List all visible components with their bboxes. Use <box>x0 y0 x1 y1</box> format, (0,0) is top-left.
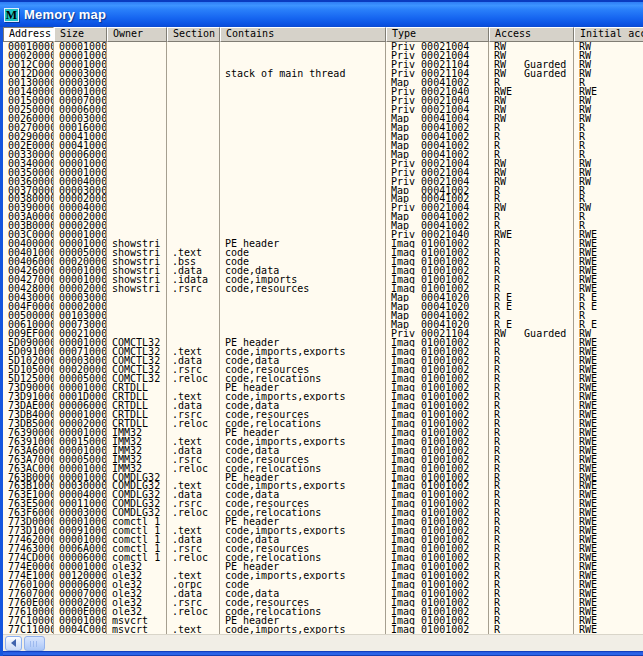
table-cell <box>167 194 220 203</box>
table-row[interactable]: 009EF00000021000Priv 00021104RW GuardedR… <box>3 329 643 338</box>
table-row[interactable]: 0034000000001000Priv 00021004RWRW <box>3 159 643 168</box>
table-cell: RWE <box>574 499 643 508</box>
table-cell: 763E1000 <box>3 490 54 499</box>
table-cell: RWE <box>574 374 643 383</box>
table-cell: Imag 01001002 <box>386 446 489 455</box>
table-row[interactable]: 776100000000E000ole32.reloccode,relocati… <box>3 607 643 616</box>
table-row[interactable]: 0001000000001000Priv 00021004RWRW <box>3 42 643 51</box>
horizontal-scrollbar[interactable] <box>3 634 643 651</box>
table-cell: 00001000 <box>54 266 107 275</box>
table-row[interactable]: 73D9000000001000CRTDLLPE headerImag 0100… <box>3 383 643 392</box>
table-row[interactable]: 5D10200000003000COMCTL32.datacode,dataIm… <box>3 356 643 365</box>
table-row[interactable]: 763F600000003000COMDLG32.reloccode,reloc… <box>3 508 643 517</box>
table-cell <box>220 78 386 87</box>
table-row[interactable]: 0014000000001000Priv 00021040RWERWE <box>3 87 643 96</box>
table-row[interactable]: 0026000000003000Map 00041004RWRW <box>3 114 643 123</box>
table-cell: 00001000 <box>54 159 107 168</box>
table-row[interactable]: 7760700000007000ole32.datacode,dataImag … <box>3 589 643 598</box>
table-row[interactable]: 73DAE00000006000CRTDLL.datacode,dataImag… <box>3 401 643 410</box>
table-row[interactable]: 0012D00000003000stack of main threadPriv… <box>3 69 643 78</box>
table-row[interactable]: 7760E00000002000ole32.rsrccode,resources… <box>3 598 643 607</box>
table-row[interactable]: 77C1000000001000msvcrtPE headerImag 0100… <box>3 616 643 625</box>
column-header-access[interactable]: Access <box>489 27 574 42</box>
table-row[interactable]: 0025000000006000Priv 00021004RWRW <box>3 105 643 114</box>
column-header-section[interactable]: Section <box>167 27 220 42</box>
table-row[interactable]: 002E000000041000Map 00041002RR <box>3 141 643 150</box>
table-row[interactable]: 0036000000004000Priv 00021004RWRW <box>3 177 643 186</box>
table-row[interactable]: 0040000000001000showstriPE headerImag 01… <box>3 239 643 248</box>
table-row[interactable]: 003B000000002000Map 00041002RR <box>3 221 643 230</box>
table-row[interactable]: 0012C00000001000Priv 00021104RW GuardedR… <box>3 60 643 69</box>
column-header-address[interactable]: Address <box>3 27 54 42</box>
table-row[interactable]: 0042600000001000showstri.datacode,dataIm… <box>3 266 643 275</box>
table-row[interactable]: 7760100000006000ole32.orpccodeImag 01001… <box>3 580 643 589</box>
table-row[interactable]: 5D10500000020000COMCTL32.rsrccode,resour… <box>3 365 643 374</box>
table-cell: R <box>489 410 574 419</box>
table-row[interactable]: 73DB500000002000CRTDLL.reloccode,relocat… <box>3 419 643 428</box>
table-row[interactable]: 773D100000091000comctl_1.textcode,import… <box>3 526 643 535</box>
table-cell: 77610000 <box>3 607 54 616</box>
table-row[interactable]: 003A000000002000Map 00041002RR <box>3 212 643 221</box>
table-row[interactable]: 0042800000002000showstri.rsrccode,resour… <box>3 284 643 293</box>
table-row[interactable]: 774E000000001000ole32PE headerImag 01001… <box>3 562 643 571</box>
table-row[interactable]: 763AC00000001000IMM32.reloccode,relocati… <box>3 464 643 473</box>
table-row[interactable]: 763E500000011000COMDLG32.rsrccode,resour… <box>3 499 643 508</box>
table-cell <box>167 123 220 132</box>
table-row[interactable]: 774630000006A000comctl_1.rsrccode,resour… <box>3 544 643 553</box>
table-cell: RW <box>489 96 574 105</box>
table-row[interactable]: 0050000000103000Map 00041002RR <box>3 311 643 320</box>
table-cell: .text <box>167 625 220 634</box>
table-row[interactable]: 0013000000003000Map 00041002RR <box>3 78 643 87</box>
table-cell: 00003000 <box>54 186 107 195</box>
table-row[interactable]: 0040600000020000showstri.bsscodeImag 010… <box>3 257 643 266</box>
table-row[interactable]: 0027000000016000Map 00041002RR <box>3 123 643 132</box>
table-row[interactable]: 003C000000001000Priv 00021040RWERWE <box>3 230 643 239</box>
table-row[interactable]: 763B100000030000COMDLG32.textcode,import… <box>3 481 643 490</box>
table-row[interactable]: 774CD00000006000comctl_1.reloccode,reloc… <box>3 553 643 562</box>
table-row[interactable]: 73D910000001D000CRTDLL.textcode,imports,… <box>3 392 643 401</box>
column-header-size[interactable]: Size <box>54 27 107 42</box>
table-row[interactable]: 0038000000002000Map 00041002RR <box>3 194 643 203</box>
table-row[interactable]: 773D000000001000comctl_1PE headerImag 01… <box>3 517 643 526</box>
table-row[interactable]: 763A700000005000IMM32.rsrccode,resources… <box>3 455 643 464</box>
table-cell: showstri <box>107 266 167 275</box>
table-row[interactable]: 7639000000001000IMM32PE headerImag 01001… <box>3 428 643 437</box>
table-row[interactable]: 0033000000006000Map 00041002RR <box>3 150 643 159</box>
column-header-contains[interactable]: Contains <box>220 27 386 42</box>
table-row[interactable]: 77C110000004C000msvcrt.textcode,imports,… <box>3 625 643 634</box>
table-cell: 0006A000 <box>54 544 107 553</box>
table-row[interactable]: 0029000000041000Map 00041002RR <box>3 132 643 141</box>
table-row[interactable]: 5D09000000001000COMCTL32PE headerImag 01… <box>3 338 643 347</box>
table-row[interactable]: 0037000000003000Map 00041002RR <box>3 186 643 195</box>
table-row[interactable]: 0042700000001000showstri.idatacode,impor… <box>3 275 643 284</box>
column-header-initial-acc[interactable]: Initial acc <box>574 27 643 42</box>
table-row[interactable]: 0039000000004000Priv 00021004RWRW <box>3 203 643 212</box>
scroll-left-button[interactable] <box>5 636 22 651</box>
table-row[interactable]: 0035000000001000Priv 00021004RWRW <box>3 168 643 177</box>
table-cell: ole32 <box>107 598 167 607</box>
table-row[interactable]: 774E100000120000ole32.textcode,imports,e… <box>3 571 643 580</box>
table-cell: showstri <box>107 248 167 257</box>
table-row[interactable]: 763E100000004000COMDLG32.datacode,dataIm… <box>3 490 643 499</box>
table-cell: .orpc <box>167 580 220 589</box>
table-row[interactable]: 7746200000001000comctl_1.datacode,dataIm… <box>3 535 643 544</box>
scrollbar-thumb[interactable] <box>24 636 45 651</box>
table-row[interactable]: 5D12500000005000COMCTL32.reloccode,reloc… <box>3 374 643 383</box>
table-row[interactable]: 0002000000001000Priv 00021004RWRW <box>3 51 643 60</box>
column-header-type[interactable]: Type <box>386 27 489 42</box>
table-row[interactable]: 7639100000015000IMM32.textcode,imports,e… <box>3 437 643 446</box>
column-header-owner[interactable]: Owner <box>107 27 167 42</box>
table-cell: R <box>489 239 574 248</box>
table-row[interactable]: 763A600000001000IMM32.datacode,dataImag … <box>3 446 643 455</box>
table-row[interactable]: 004F000000002000Map 00041020R ER E <box>3 302 643 311</box>
table-row[interactable]: 0061000000073000Map 00041020R ER E <box>3 320 643 329</box>
table-row[interactable]: 5D09100000071000COMCTL32.textcode,import… <box>3 347 643 356</box>
table-cell <box>220 329 386 338</box>
title-bar[interactable]: M Memory map <box>0 0 643 27</box>
table-row[interactable]: 0040100000005000showstri.textcodeImag 01… <box>3 248 643 257</box>
table-cell: RW <box>489 51 574 60</box>
table-row[interactable]: 73DB400000001000CRTDLL.rsrccode,resource… <box>3 410 643 419</box>
table-row[interactable]: 763B000000001000COMDLG32PE headerImag 01… <box>3 473 643 482</box>
table-row[interactable]: 0015000000007000Priv 00021004RWRW <box>3 96 643 105</box>
table-row[interactable]: 0043000000003000Map 00041020R ER E <box>3 293 643 302</box>
